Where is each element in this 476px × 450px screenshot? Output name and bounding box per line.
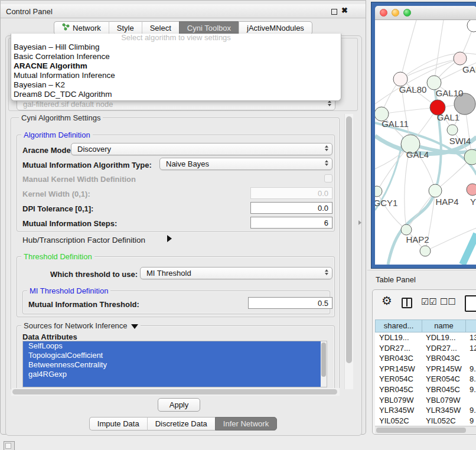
- network-window-titlebar[interactable]: [375, 6, 476, 20]
- settings-vertical-scrollbar[interactable]: [344, 114, 353, 389]
- mi-algorithm-type-combo[interactable]: Naive Bayes: [159, 158, 332, 170]
- algorithm-option[interactable]: Mutual Information Inference: [11, 71, 341, 80]
- sources-collapse-arrow-icon[interactable]: [131, 324, 138, 329]
- dpi-tolerance-input[interactable]: [250, 202, 332, 214]
- export-table-icon[interactable]: [465, 295, 476, 312]
- table-cell: YER054C: [422, 374, 465, 384]
- attribute-list-item[interactable]: [23, 379, 321, 387]
- table-cell: YLR345W: [422, 405, 465, 416]
- manual-kernel-width-checkbox[interactable]: [324, 174, 332, 182]
- settings-horizontal-scrollbar-thumb[interactable]: [12, 389, 337, 394]
- tab-discretize-data[interactable]: Discretize Data: [147, 417, 215, 431]
- network-edge[interactable]: [382, 107, 438, 114]
- data-attributes-list[interactable]: SelfLoopsTopologicalCoefficientBetweenne…: [22, 341, 327, 387]
- table-row[interactable]: YDL19...YDL19...13: [375, 332, 476, 343]
- table-header-row[interactable]: shared...name: [375, 319, 476, 332]
- deselect-all-checkboxes-icon[interactable]: ☐☐: [440, 296, 456, 307]
- apply-button[interactable]: Apply: [158, 398, 200, 412]
- attribute-list-item[interactable]: gal4RGexp: [23, 370, 321, 379]
- threshold-definition-legend: Threshold Definition: [21, 252, 94, 261]
- network-node-gcy1[interactable]: [375, 186, 382, 197]
- table-column-header[interactable]: shared...: [376, 320, 422, 332]
- algorithm-option[interactable]: Bayesian – Hill Climbing: [11, 43, 341, 52]
- network-edge[interactable]: [434, 20, 444, 83]
- algorithm-option[interactable]: Dream8 DC_TDC Algorithm: [11, 90, 341, 99]
- column-selector-icon[interactable]: [402, 298, 412, 308]
- aracne-mode-combo[interactable]: Discovery: [71, 143, 332, 155]
- network-node[interactable]: [420, 246, 431, 256]
- float-window-button[interactable]: [331, 9, 337, 15]
- control-panel-title: Control Panel: [6, 7, 53, 16]
- close-window-icon[interactable]: [380, 9, 387, 17]
- algorithm-placeholder: Select algorithm to view settings: [11, 34, 341, 43]
- table-rows[interactable]: YDL19...YDL19...13YDR27...YDR27...12YBR0…: [375, 332, 476, 426]
- select-all-checkboxes-icon[interactable]: ☑☑: [421, 296, 437, 307]
- mi-threshold-legend: MI Threshold Definition: [27, 286, 110, 295]
- mi-threshold-input[interactable]: [248, 297, 332, 309]
- tab-impute-data[interactable]: Impute Data: [89, 417, 147, 431]
- network-node-swi4[interactable]: [447, 125, 458, 135]
- mi-steps-input[interactable]: [250, 217, 332, 229]
- table-cell: [465, 353, 476, 364]
- panel-splitter-arrow[interactable]: [358, 220, 361, 225]
- network-node-hap4[interactable]: [429, 184, 442, 197]
- algorithm-option[interactable]: Basic Correlation Inference: [11, 52, 341, 61]
- attribute-list-item[interactable]: BetweennessCentrality: [23, 360, 321, 370]
- settings-vertical-scrollbar-thumb[interactable]: [346, 116, 352, 363]
- collapsed-panel-icon[interactable]: [4, 441, 15, 450]
- tab-label: Impute Data: [97, 418, 139, 431]
- network-edge[interactable]: [377, 191, 406, 230]
- attribute-list-item[interactable]: SelfLoops: [23, 341, 321, 351]
- network-canvas[interactable]: GALGAL80GAL10GAL1GAL11SWI4GAL4GCY1HAP4YH…: [375, 20, 476, 265]
- attributes-scrollbar-thumb[interactable]: [321, 343, 326, 377]
- algorithm-option[interactable]: Bayesian – K2: [11, 80, 341, 90]
- combo-spinner-icon: [325, 269, 328, 275]
- network-node-label: HAP4: [435, 197, 458, 207]
- table-row[interactable]: YDR27...YDR27...12: [375, 343, 476, 354]
- zoom-window-icon[interactable]: [403, 9, 411, 17]
- table-cell: YIL052C: [375, 416, 422, 426]
- sources-legend[interactable]: Sources for Network Inference: [21, 321, 141, 330]
- which-threshold-combo[interactable]: MI Threshold: [140, 267, 332, 279]
- table-panel-divider: [367, 270, 476, 270]
- hub-expand-arrow-icon[interactable]: [167, 235, 172, 242]
- close-panel-button[interactable]: ✖: [341, 6, 348, 15]
- table-horizontal-scrollbar-thumb[interactable]: [376, 428, 466, 433]
- table-column-header[interactable]: name: [422, 320, 466, 332]
- kernel-width-input[interactable]: [250, 187, 332, 199]
- network-node-hap2[interactable]: [401, 224, 412, 235]
- aracne-mode-label: Aracne Mode:: [22, 146, 73, 155]
- which-threshold-label: Which threshold to use:: [50, 270, 138, 279]
- tab-jactivemnodules[interactable]: jActiveMNodules: [239, 21, 312, 35]
- table-row[interactable]: YIL052CYIL052C9: [375, 416, 476, 426]
- tab-network[interactable]: Network: [54, 21, 109, 35]
- table-row[interactable]: YBR045CYBR045C9.: [375, 384, 476, 395]
- bottom-tabbar: Impute DataDiscretize DataInfer Network: [0, 417, 366, 431]
- network-edge[interactable]: [462, 234, 476, 265]
- settings-horizontal-scrollbar[interactable]: [11, 388, 340, 396]
- table-row[interactable]: YER054CYER054C8.: [375, 374, 476, 384]
- network-node-y[interactable]: [467, 184, 476, 195]
- network-graph[interactable]: GALGAL80GAL10GAL1GAL11SWI4GAL4GCY1HAP4YH…: [375, 20, 476, 265]
- network-view-window: GALGAL80GAL10GAL1GAL11SWI4GAL4GCY1HAP4YH…: [371, 2, 476, 269]
- network-node[interactable]: [467, 20, 476, 32]
- algorithm-option[interactable]: ARACNE Algorithm: [11, 61, 341, 71]
- table-cell: YDL19...: [375, 332, 422, 343]
- table-row[interactable]: YBL079WYBL079W: [375, 395, 476, 406]
- tab-infer-network[interactable]: Infer Network: [215, 417, 277, 431]
- table-panel-window: ⚙ ☑☑ ☐☐ shared...name YDL19...YDL19...13…: [372, 289, 476, 435]
- table-row[interactable]: YLR345WYLR345W9.: [375, 405, 476, 416]
- network-node-gal[interactable]: [454, 52, 467, 65]
- table-column-header[interactable]: [466, 320, 476, 332]
- table-row[interactable]: YBR043CYBR043C: [375, 353, 476, 364]
- table-row[interactable]: YPR145WYPR145W9.: [375, 364, 476, 374]
- network-node-label: GCY1: [375, 198, 397, 208]
- table-settings-gear-icon[interactable]: ⚙: [382, 294, 392, 308]
- attributes-scrollbar[interactable]: [321, 341, 327, 387]
- network-edge[interactable]: [434, 83, 441, 191]
- minimize-window-icon[interactable]: [392, 9, 399, 17]
- table-cell: YBR045C: [375, 384, 422, 395]
- table-horizontal-scrollbar[interactable]: [375, 426, 476, 433]
- attribute-list-item[interactable]: TopologicalCoefficient: [23, 351, 321, 360]
- aracne-mode-value: Discovery: [77, 145, 111, 154]
